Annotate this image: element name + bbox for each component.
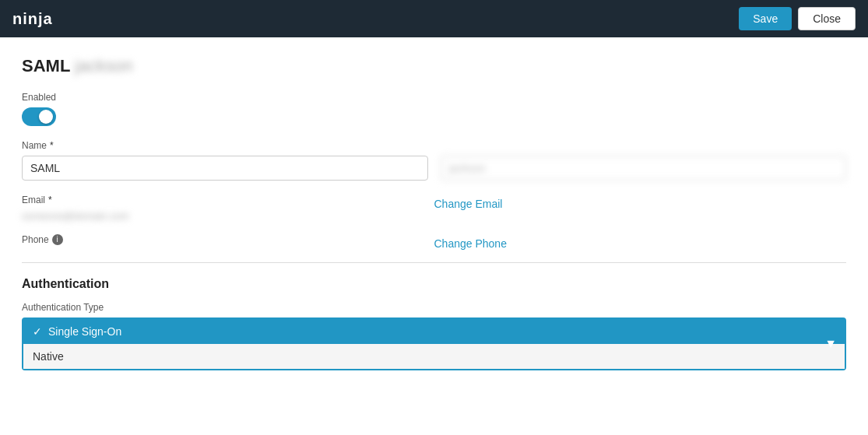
name-label: Name *	[22, 140, 428, 151]
native-option-label: Native	[33, 350, 64, 363]
title-suffix: jackson	[75, 56, 133, 76]
checkmark-icon: ✓	[33, 325, 42, 338]
main-content: SAML jackson Enabled Name * E	[0, 37, 868, 389]
save-button[interactable]: Save	[739, 7, 792, 30]
close-button[interactable]: Close	[798, 7, 856, 30]
change-email-button[interactable]: Change Email	[434, 198, 503, 210]
section-divider	[22, 262, 846, 263]
app-logo: ninja	[12, 10, 53, 28]
last-name-field	[441, 140, 847, 181]
name-row: Name *	[22, 140, 846, 181]
first-name-field: Name *	[22, 140, 428, 181]
enabled-field: Enabled	[22, 92, 846, 126]
topbar-actions: Save Close	[739, 7, 856, 30]
topbar: ninja Save Close	[0, 0, 868, 37]
email-right: Change Email	[434, 195, 847, 210]
title-prefix: SAML	[22, 56, 70, 75]
dropdown-selected-option[interactable]: ✓ Single Sign-On ▼	[23, 319, 845, 344]
auth-type-dropdown[interactable]: ✓ Single Sign-On ▼ Native	[22, 317, 846, 370]
email-row: Email * someone@domain.com Change Email	[22, 195, 846, 222]
email-label: Email *	[22, 195, 434, 205]
toggle-thumb	[39, 110, 53, 124]
email-left: Email * someone@domain.com	[22, 195, 434, 222]
toggle-track	[22, 107, 56, 126]
enabled-toggle[interactable]	[22, 107, 846, 126]
last-name-input[interactable]	[441, 156, 847, 181]
selected-option-label: Single Sign-On	[48, 325, 121, 338]
auth-type-label: Authentication Type	[22, 302, 846, 313]
last-name-label	[441, 140, 847, 151]
dropdown-option-native[interactable]: Native	[23, 344, 845, 369]
enabled-label: Enabled	[22, 92, 846, 103]
authentication-type-field: Authentication Type ✓ Single Sign-On ▼ N…	[22, 302, 846, 370]
phone-label: Phone i	[22, 234, 434, 245]
phone-right: Change Phone	[434, 234, 847, 250]
page-title: SAML jackson	[22, 56, 846, 76]
first-name-input[interactable]	[22, 156, 428, 181]
phone-left: Phone i	[22, 234, 434, 250]
email-value: someone@domain.com	[22, 210, 434, 222]
authentication-section-title: Authentication	[22, 277, 846, 291]
phone-info-icon[interactable]: i	[52, 234, 63, 245]
change-phone-button[interactable]: Change Phone	[434, 237, 507, 250]
phone-row: Phone i Change Phone	[22, 234, 846, 250]
dropdown-arrow-icon: ▼	[824, 337, 837, 351]
